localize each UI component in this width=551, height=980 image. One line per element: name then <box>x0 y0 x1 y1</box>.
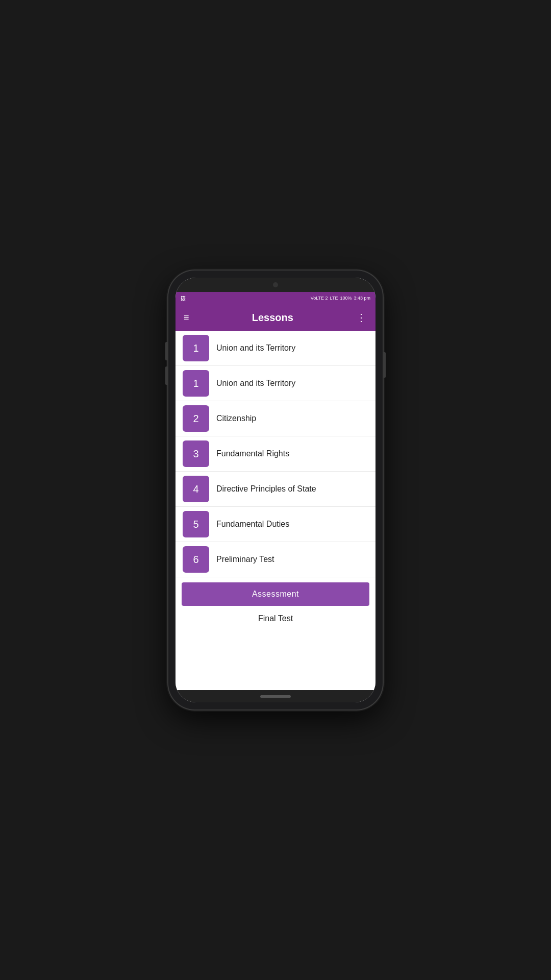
lesson-label-6: Preliminary Test <box>216 555 274 564</box>
lesson-badge-4: 4 <box>183 476 209 502</box>
app-header: ≡ Lessons ⋮ <box>176 304 375 331</box>
menu-button[interactable]: ≡ <box>184 312 189 323</box>
status-left: 🖼 <box>181 296 186 301</box>
status-right: VoLTE 2 LTE 100% 3:43 pm <box>311 296 370 301</box>
lesson-label-1a: Union and its Territory <box>216 344 295 353</box>
lesson-label-2: Citizenship <box>216 414 256 423</box>
more-options-button[interactable]: ⋮ <box>356 311 367 324</box>
notification-icon: 🖼 <box>181 296 186 301</box>
status-bar: 🖼 VoLTE 2 LTE 100% 3:43 pm <box>176 292 375 304</box>
lesson-badge-5: 5 <box>183 511 209 537</box>
phone-frame: 🖼 VoLTE 2 LTE 100% 3:43 pm ≡ Lessons ⋮ 1… <box>168 271 383 709</box>
page-title: Lessons <box>252 312 293 324</box>
lesson-badge-1a: 1 <box>183 335 209 361</box>
time-display: 3:43 pm <box>354 296 370 301</box>
phone-notch <box>176 278 375 292</box>
list-item[interactable]: 1 Union and its Territory <box>176 331 375 366</box>
final-test-row[interactable]: Final Test <box>176 608 375 625</box>
lesson-label-1b: Union and its Territory <box>216 379 295 388</box>
lesson-label-3: Fundamental Rights <box>216 449 289 458</box>
lesson-label-5: Fundamental Duties <box>216 520 289 529</box>
battery-indicator: 100% <box>340 296 352 301</box>
list-item[interactable]: 1 Union and its Territory <box>176 366 375 401</box>
lessons-list: 1 Union and its Territory 1 Union and it… <box>176 331 375 690</box>
assessment-button[interactable]: Assessment <box>182 582 369 606</box>
lesson-badge-6: 6 <box>183 546 209 573</box>
signal-indicator: LTE <box>330 296 338 301</box>
assessment-section: Assessment <box>176 577 375 608</box>
lesson-badge-3: 3 <box>183 440 209 467</box>
list-item[interactable]: 5 Fundamental Duties <box>176 507 375 542</box>
volume-up-button <box>165 342 167 360</box>
final-test-label: Final Test <box>258 614 293 623</box>
list-item[interactable]: 4 Directive Principles of State <box>176 472 375 507</box>
lesson-badge-2: 2 <box>183 405 209 432</box>
volume-down-button <box>165 366 167 385</box>
lesson-label-4: Directive Principles of State <box>216 484 316 494</box>
camera-icon <box>273 282 278 287</box>
list-item[interactable]: 2 Citizenship <box>176 401 375 436</box>
power-button <box>384 352 386 378</box>
home-indicator[interactable] <box>260 695 291 698</box>
lesson-badge-1b: 1 <box>183 370 209 397</box>
volte-indicator: VoLTE 2 <box>311 296 328 301</box>
list-item[interactable]: 3 Fundamental Rights <box>176 436 375 472</box>
list-item[interactable]: 6 Preliminary Test <box>176 542 375 577</box>
bottom-nav-bar <box>176 690 375 702</box>
phone-screen: 🖼 VoLTE 2 LTE 100% 3:43 pm ≡ Lessons ⋮ 1… <box>176 278 375 702</box>
